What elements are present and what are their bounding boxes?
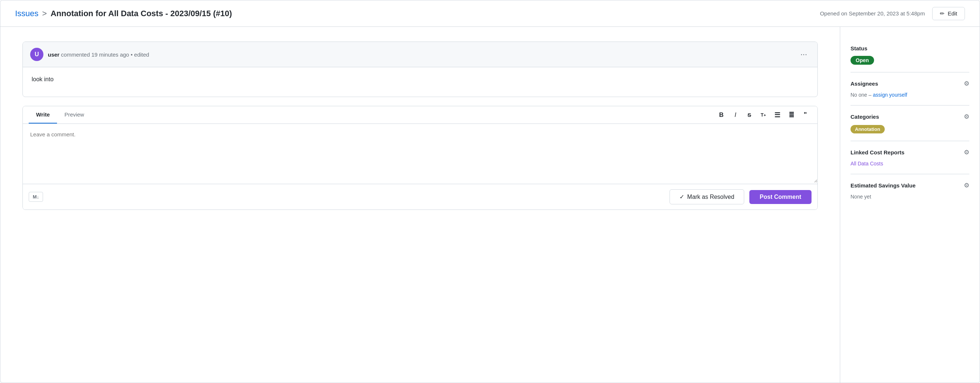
strikethrough-button[interactable]: S [743,109,756,121]
post-comment-button[interactable]: Post Comment [749,190,811,204]
assign-separator: – [869,92,873,98]
markdown-badge: M↓ [29,192,43,202]
edit-button[interactable]: ✏ Edit [932,7,965,20]
tab-list: Write Preview [29,106,92,123]
categories-title: Categories [851,114,879,120]
linked-reports-title: Linked Cost Reports [851,149,905,155]
edit-label: Edit [948,10,957,17]
footer-actions: ✓ Mark as Resolved Post Comment [670,189,811,204]
sidebar-status-section: Status Open [851,38,969,73]
toolbar-icons: B I S T+ ☰ ≣ " [715,109,811,121]
mark-as-resolved-button[interactable]: ✓ Mark as Resolved [670,189,744,204]
post-label: Post Comment [760,194,801,200]
tab-preview[interactable]: Preview [57,106,91,123]
unordered-list-button[interactable]: ☰ [771,109,784,121]
assignees-title: Assignees [851,81,878,87]
comment-time: commented 19 minutes ago • edited [61,51,150,58]
comment-textarea[interactable] [23,124,818,183]
comment-username: user [48,51,60,58]
resolve-label: Mark as Resolved [687,194,734,200]
main-content: U user commented 19 minutes ago • edited… [0,27,980,383]
assign-yourself-link[interactable]: assign yourself [873,92,907,98]
categories-gear-icon[interactable]: ⚙ [964,113,969,120]
right-sidebar: Status Open Assignees ⚙ No one – assign … [840,27,980,383]
md-icon: M↓ [33,194,39,199]
status-title: Status [851,45,867,51]
check-icon: ✓ [679,193,684,200]
header-left: Issues > Annotation for All Data Costs -… [15,9,232,18]
comment-author-info: U user commented 19 minutes ago • edited [30,48,149,61]
sidebar-savings-section: Estimated Savings Value ⚙ None yet [851,174,969,207]
ordered-list-button[interactable]: ≣ [785,109,797,121]
linked-report-link[interactable]: All Data Costs [851,161,883,166]
no-one-text: No one [851,92,867,98]
comment-body: look into [23,67,818,97]
sidebar-categories-header: Categories ⚙ [851,113,969,120]
sidebar-assignees-header: Assignees ⚙ [851,80,969,87]
tab-write[interactable]: Write [29,106,57,123]
savings-value: None yet [851,194,871,199]
header-right: Opened on September 20, 2023 at 5:48pm ✏… [820,7,965,20]
sidebar-linked-reports-section: Linked Cost Reports ⚙ All Data Costs [851,141,969,174]
linked-reports-gear-icon[interactable]: ⚙ [964,149,969,156]
comment-card: U user commented 19 minutes ago • edited… [22,41,818,97]
header: Issues > Annotation for All Data Costs -… [0,0,980,27]
category-badge: Annotation [851,125,885,133]
page-wrapper: Issues > Annotation for All Data Costs -… [0,0,980,383]
sidebar-status-header: Status [851,45,969,51]
sidebar-assignees-section: Assignees ⚙ No one – assign yourself [851,73,969,106]
bold-button[interactable]: B [715,109,728,121]
breadcrumb-link[interactable]: Issues [15,9,39,18]
editor-tabs-bar: Write Preview B I S T+ ☰ ≣ " [23,106,818,124]
comment-meta: user commented 19 minutes ago • edited [48,51,149,58]
savings-gear-icon[interactable]: ⚙ [964,182,969,189]
breadcrumb-separator: > [42,9,47,18]
sidebar-savings-header: Estimated Savings Value ⚙ [851,182,969,189]
issue-opened-meta: Opened on September 20, 2023 at 5:48pm [820,10,925,17]
assignees-gear-icon[interactable]: ⚙ [964,80,969,87]
comment-more-menu[interactable]: ··· [797,49,810,60]
comment-header: U user commented 19 minutes ago • edited… [23,42,818,67]
savings-title: Estimated Savings Value [851,182,916,188]
sidebar-linked-reports-header: Linked Cost Reports ⚙ [851,149,969,156]
sidebar-categories-section: Categories ⚙ Annotation [851,106,969,141]
left-panel: U user commented 19 minutes ago • edited… [0,27,840,383]
quote-button[interactable]: " [799,109,811,121]
avatar: U [30,48,43,61]
page-title: Annotation for All Data Costs - 2023/09/… [50,9,232,18]
italic-button[interactable]: I [729,109,741,121]
editor-footer: M↓ ✓ Mark as Resolved Post Comment [23,184,818,209]
comment-text: look into [32,76,54,82]
assignee-value: No one – assign yourself [851,92,907,98]
heading-button[interactable]: T+ [757,109,770,121]
editor-card: Write Preview B I S T+ ☰ ≣ " [22,106,818,210]
status-badge: Open [851,56,874,65]
pencil-icon: ✏ [940,10,945,17]
